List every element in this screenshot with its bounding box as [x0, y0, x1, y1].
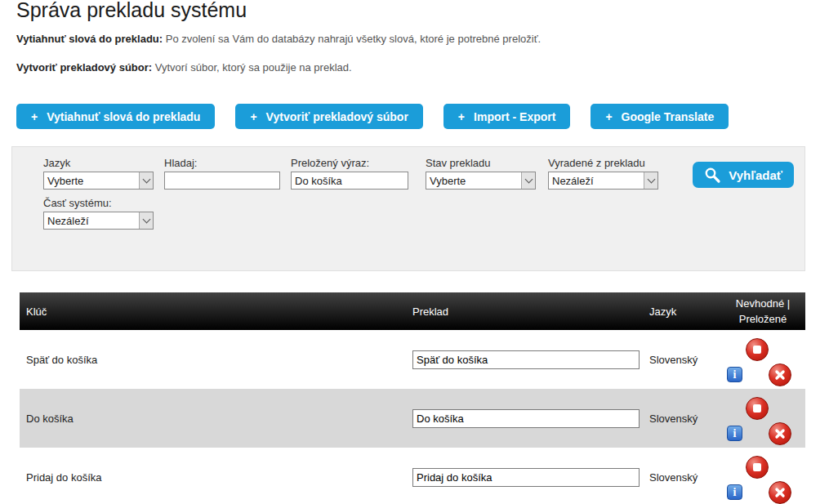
translations-table: Klúč Preklad Jazyk Nevhodné | Preložené … — [20, 292, 805, 504]
delete-icon[interactable] — [769, 364, 791, 386]
language-select[interactable]: Vyberte — [43, 172, 154, 190]
description-label: Vytiahnuť slová do prekladu: — [16, 33, 163, 45]
description-text: Po zvolení sa Vám do databázy nahrajú vš… — [163, 33, 541, 45]
status-header-line2: Preložené — [739, 311, 787, 327]
excluded-filter-field: Vyradené z prekladu Nezáleží — [548, 157, 658, 190]
description-create-file: Vytvoriť prekladový súbor: Vytvorí súbor… — [16, 61, 829, 74]
chevron-down-icon — [644, 172, 657, 189]
translation-status-label: Stav prekladu — [426, 157, 536, 169]
x-glyph — [774, 487, 786, 498]
stop-icon[interactable] — [746, 456, 769, 479]
button-label: Import - Export — [474, 110, 555, 123]
button-label: Vytvoriť prekladový súbor — [266, 110, 408, 123]
system-part-field: Časť systému: Nezáleží — [43, 197, 154, 230]
translation-input[interactable] — [412, 409, 640, 428]
chevron-down-icon — [139, 172, 153, 189]
search-icon — [704, 167, 721, 184]
button-label: Google Translate — [622, 110, 715, 123]
create-translation-file-button[interactable]: + Vytvoriť prekladový súbor — [235, 104, 422, 129]
select-value: Vyberte — [44, 175, 139, 187]
page-title: Správa prekladu systému — [16, 0, 829, 21]
plus-icon: + — [458, 110, 465, 123]
description-label: Vytvoriť prekladový súbor: — [16, 61, 152, 74]
row-language: Slovenský — [649, 330, 723, 389]
google-translate-button[interactable]: + Google Translate — [591, 104, 729, 129]
select-value: Nezáleží — [44, 215, 139, 227]
select-value: Vyberte — [426, 175, 521, 187]
translation-input[interactable] — [412, 468, 640, 487]
table-row: Pridaj do košíka Slovenský i — [20, 448, 805, 504]
search-button-label: Vyhľadať — [729, 168, 782, 182]
info-icon[interactable]: i — [727, 426, 742, 441]
plus-icon: + — [250, 110, 256, 123]
info-icon[interactable]: i — [727, 484, 742, 500]
search-term-label: Hladaj: — [164, 157, 280, 169]
info-icon[interactable]: i — [727, 367, 742, 382]
action-buttons-row: + Vytiahnuť slová do prekladu + Vytvoriť… — [16, 104, 829, 129]
column-header-translation: Preklad — [412, 292, 649, 330]
translated-term-field: Preložený výraz: — [291, 157, 408, 190]
extract-words-button[interactable]: + Vytiahnuť slová do prekladu — [16, 104, 215, 129]
select-value: Nezáleží — [549, 175, 644, 187]
table-row: Do košíka Slovenský i — [20, 389, 805, 448]
column-header-status: Nevhodné | Preložené — [723, 292, 805, 330]
filter-panel: Jazyk Vyberte Hladaj: Preložený výraz: S… — [11, 146, 805, 271]
excluded-select[interactable]: Nezáleží — [548, 172, 658, 190]
column-header-key: Klúč — [20, 292, 412, 330]
row-language: Slovenský — [649, 389, 723, 448]
system-part-label: Časť systému: — [43, 197, 154, 209]
stop-icon[interactable] — [746, 397, 769, 420]
column-header-language: Jazyk — [649, 292, 723, 330]
import-export-button[interactable]: + Import - Export — [443, 104, 571, 129]
chevron-down-icon — [521, 172, 535, 189]
row-language: Slovenský — [649, 448, 723, 504]
table-row: Späť do košíka Slovenský i — [20, 330, 805, 389]
delete-icon[interactable] — [769, 422, 791, 445]
language-filter-label: Jazyk — [43, 157, 154, 169]
chevron-down-icon — [139, 212, 153, 229]
language-filter-field: Jazyk Vyberte — [43, 157, 154, 190]
row-key: Do košíka — [20, 389, 412, 448]
description-text: Vytvorí súbor, ktorý sa použije na prekl… — [152, 61, 351, 74]
excluded-filter-label: Vyradené z prekladu — [548, 157, 658, 169]
search-term-field: Hladaj: — [164, 157, 280, 190]
plus-icon: + — [605, 110, 612, 123]
row-key: Pridaj do košíka — [20, 448, 412, 504]
x-glyph — [774, 369, 786, 381]
translated-term-input[interactable] — [291, 172, 408, 190]
description-extract-words: Vytiahnuť slová do prekladu: Po zvolení … — [16, 33, 829, 46]
table-header: Klúč Preklad Jazyk Nevhodné | Preložené — [20, 292, 805, 330]
translation-status-select[interactable]: Vyberte — [426, 172, 536, 190]
status-header-line1: Nevhodné | — [736, 296, 790, 311]
x-glyph — [774, 428, 786, 439]
translation-status-field: Stav prekladu Vyberte — [426, 157, 536, 190]
plus-icon: + — [31, 110, 38, 123]
search-button[interactable]: Vyhľadať — [693, 162, 794, 188]
delete-icon[interactable] — [769, 481, 791, 504]
translation-input[interactable] — [412, 350, 640, 369]
stop-icon[interactable] — [746, 338, 769, 361]
system-part-select[interactable]: Nezáleží — [43, 212, 154, 230]
row-key: Späť do košíka — [20, 330, 412, 389]
search-term-input[interactable] — [164, 172, 280, 190]
translated-term-label: Preložený výraz: — [291, 157, 408, 169]
button-label: Vytiahnuť slová do prekladu — [47, 110, 200, 123]
